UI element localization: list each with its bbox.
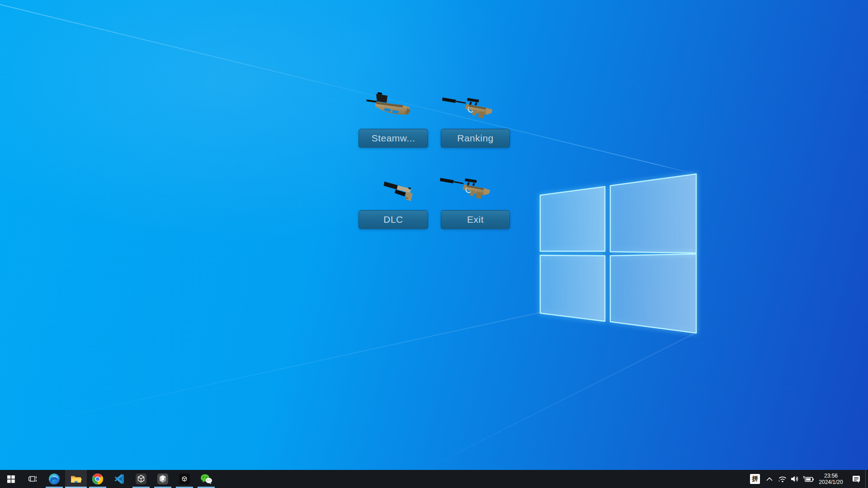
dlc-button[interactable]: DLC: [359, 210, 428, 229]
exit-button[interactable]: Exit: [441, 210, 510, 229]
steamworks-button-label: Steamw...: [372, 133, 415, 144]
windows-wallpaper-logo: [536, 169, 701, 338]
svg-text:*: *: [778, 480, 780, 483]
battery-tray-button[interactable]: [801, 470, 816, 488]
taskbar-app-unity-editor[interactable]: [152, 470, 174, 488]
chrome-icon: [92, 473, 104, 485]
taskbar-app-chrome[interactable]: [87, 470, 108, 488]
task-view-button[interactable]: [22, 470, 43, 488]
action-center-button[interactable]: [847, 470, 865, 488]
windows-logo-icon: [7, 475, 15, 483]
clock-date: 2024/1/20: [816, 479, 846, 485]
show-desktop-button[interactable]: [865, 470, 868, 488]
ime-indicator[interactable]: 拼: [747, 470, 763, 488]
desktop-wallpaper: [0, 0, 868, 488]
start-button[interactable]: [0, 470, 22, 488]
vscode-icon: [114, 474, 125, 484]
taskbar-app-unity[interactable]: [174, 470, 195, 488]
taskbar-app-wechat[interactable]: [195, 470, 217, 488]
clock-tray-button[interactable]: 23:56 2024/1/20: [816, 470, 847, 488]
exit-button-label: Exit: [467, 214, 484, 225]
file-explorer-icon: [70, 473, 82, 485]
unity-cube-icon: [157, 473, 169, 485]
ranking-button-label: Ranking: [457, 133, 494, 144]
p90-smg-icon: [364, 90, 413, 119]
unity-hub-icon: [135, 473, 147, 485]
clock-time: 23:56: [816, 473, 846, 479]
wifi-icon: *: [778, 475, 787, 483]
unity-dark-icon: [179, 473, 190, 485]
volume-tray-button[interactable]: [788, 470, 801, 488]
silenced-pistol-icon: [383, 179, 422, 202]
dlc-button-label: DLC: [383, 214, 403, 225]
desktop: Steamw... Ranking DLC Exit: [0, 0, 868, 488]
system-tray: 拼 *: [747, 470, 868, 488]
ime-language-badge: 拼: [750, 474, 760, 484]
taskbar-app-edge[interactable]: [43, 470, 65, 488]
steamworks-button[interactable]: Steamw...: [359, 129, 428, 148]
volume-icon: [791, 475, 799, 483]
taskbar-app-unity-hub[interactable]: [130, 470, 152, 488]
ranking-button[interactable]: Ranking: [441, 129, 510, 148]
taskbar: 拼 *: [0, 470, 868, 488]
edge-icon: [48, 473, 60, 485]
tray-overflow-button[interactable]: [763, 470, 776, 488]
aug-scoped-rifle-icon: [442, 94, 495, 119]
action-center-icon: [852, 475, 861, 483]
battery-charging-icon: [803, 476, 814, 483]
taskbar-app-vscode[interactable]: [108, 470, 130, 488]
aug-scoped-rifle-icon: [439, 174, 493, 200]
taskbar-app-file-explorer[interactable]: [65, 470, 87, 488]
wechat-icon: [200, 474, 212, 485]
task-view-icon: [28, 474, 38, 484]
light-glow: [0, 0, 868, 488]
chevron-up-icon: [766, 477, 773, 481]
network-tray-button[interactable]: *: [776, 470, 788, 488]
